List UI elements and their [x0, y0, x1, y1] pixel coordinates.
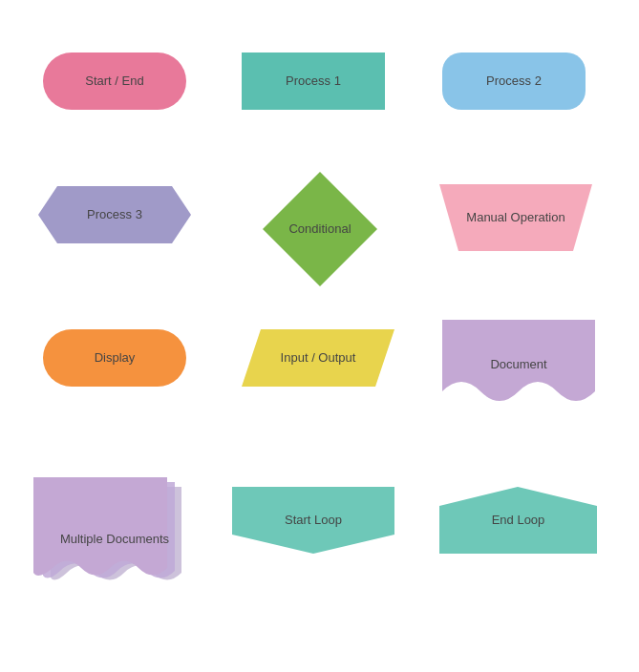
end-loop-shape[interactable]: End Loop: [439, 487, 597, 554]
document-shape[interactable]: Document: [442, 320, 595, 410]
input-output-shape[interactable]: Input / Output: [242, 329, 394, 387]
manual-op-shape[interactable]: Manual Operation: [439, 184, 592, 251]
process1-label: Process 1: [286, 74, 341, 90]
canvas: Start / End Process 1 Process 2 Process …: [0, 0, 639, 672]
process3-shape[interactable]: Process 3: [38, 186, 191, 243]
svg-marker-1: [263, 172, 377, 286]
conditional-shape[interactable]: Conditional: [258, 167, 382, 291]
start-end-label: Start / End: [85, 74, 143, 90]
svg-marker-2: [439, 184, 592, 251]
process1-shape[interactable]: Process 1: [242, 52, 385, 110]
svg-marker-0: [38, 186, 191, 243]
svg-marker-4: [232, 487, 394, 554]
start-end-shape[interactable]: Start / End: [43, 52, 186, 110]
start-loop-shape[interactable]: Start Loop: [232, 487, 394, 554]
svg-marker-5: [439, 487, 597, 554]
process2-label: Process 2: [486, 74, 542, 90]
multi-doc-shape[interactable]: Multiple Documents: [33, 477, 196, 592]
display-shape[interactable]: Display: [43, 329, 186, 387]
process2-shape[interactable]: Process 2: [442, 52, 586, 110]
svg-marker-3: [242, 329, 394, 387]
display-label: Display: [95, 350, 136, 367]
